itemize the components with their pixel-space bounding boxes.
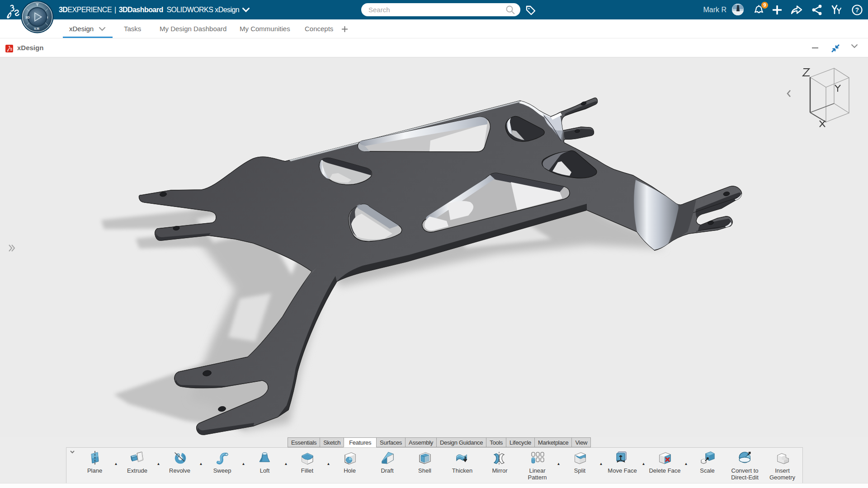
svg-text:i: i: [47, 15, 48, 19]
svg-text:V.R: V.R: [34, 27, 39, 31]
svg-text:?: ?: [855, 6, 859, 14]
svg-text:3D: 3D: [25, 15, 30, 19]
